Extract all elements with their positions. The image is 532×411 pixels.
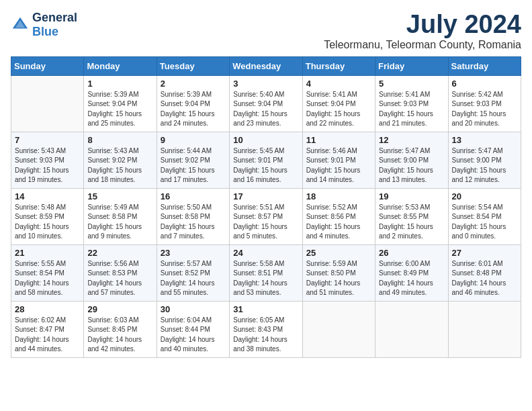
day-number: 27 <box>452 248 517 258</box>
day-info: Sunrise: 5:40 AM Sunset: 9:04 PM Dayligh… <box>233 90 298 129</box>
calendar-cell <box>448 301 521 357</box>
column-header-saturday: Saturday <box>448 56 521 75</box>
calendar-cell: 7Sunrise: 5:43 AM Sunset: 9:03 PM Daylig… <box>11 132 84 188</box>
logo: General Blue <box>11 11 77 39</box>
day-info: Sunrise: 5:58 AM Sunset: 8:51 PM Dayligh… <box>233 259 298 298</box>
calendar-cell: 30Sunrise: 6:04 AM Sunset: 8:44 PM Dayli… <box>157 301 229 357</box>
column-header-wednesday: Wednesday <box>230 56 302 75</box>
day-info: Sunrise: 5:44 AM Sunset: 9:02 PM Dayligh… <box>161 146 226 185</box>
calendar-week-4: 21Sunrise: 5:55 AM Sunset: 8:54 PM Dayli… <box>11 244 521 301</box>
calendar-week-5: 28Sunrise: 6:02 AM Sunset: 8:47 PM Dayli… <box>11 301 521 357</box>
day-info: Sunrise: 5:46 AM Sunset: 9:01 PM Dayligh… <box>306 146 371 185</box>
day-number: 8 <box>87 135 152 145</box>
column-header-monday: Monday <box>84 56 157 75</box>
column-header-tuesday: Tuesday <box>157 56 229 75</box>
day-number: 2 <box>161 79 226 89</box>
day-info: Sunrise: 5:59 AM Sunset: 8:50 PM Dayligh… <box>306 259 371 298</box>
day-number: 21 <box>15 248 80 258</box>
day-number: 13 <box>452 135 517 145</box>
calendar-cell: 28Sunrise: 6:02 AM Sunset: 8:47 PM Dayli… <box>11 301 84 357</box>
day-number: 17 <box>233 191 298 201</box>
day-number: 30 <box>161 304 226 314</box>
day-number: 3 <box>233 79 298 89</box>
day-number: 11 <box>306 135 371 145</box>
day-info: Sunrise: 5:39 AM Sunset: 9:04 PM Dayligh… <box>87 90 152 129</box>
calendar-week-1: 1Sunrise: 5:39 AM Sunset: 9:04 PM Daylig… <box>11 75 521 132</box>
calendar-cell: 13Sunrise: 5:47 AM Sunset: 9:00 PM Dayli… <box>448 132 521 188</box>
day-number: 9 <box>161 135 226 145</box>
day-info: Sunrise: 5:49 AM Sunset: 8:58 PM Dayligh… <box>87 203 152 242</box>
calendar-cell: 25Sunrise: 5:59 AM Sunset: 8:50 PM Dayli… <box>302 244 375 301</box>
day-info: Sunrise: 5:41 AM Sunset: 9:04 PM Dayligh… <box>306 90 371 129</box>
page-header: General Blue July 2024 Teleormanu, Teleo… <box>11 11 521 51</box>
day-info: Sunrise: 5:42 AM Sunset: 9:03 PM Dayligh… <box>452 90 517 129</box>
logo-icon <box>11 15 30 34</box>
day-number: 12 <box>379 135 444 145</box>
day-number: 24 <box>233 248 298 258</box>
day-info: Sunrise: 5:48 AM Sunset: 8:59 PM Dayligh… <box>15 203 80 242</box>
day-info: Sunrise: 5:52 AM Sunset: 8:56 PM Dayligh… <box>306 203 371 242</box>
calendar-cell: 6Sunrise: 5:42 AM Sunset: 9:03 PM Daylig… <box>448 75 521 132</box>
day-number: 7 <box>15 135 80 145</box>
calendar-cell: 20Sunrise: 5:54 AM Sunset: 8:54 PM Dayli… <box>448 188 521 244</box>
column-header-thursday: Thursday <box>302 56 375 75</box>
day-info: Sunrise: 5:47 AM Sunset: 9:00 PM Dayligh… <box>379 146 444 185</box>
day-number: 14 <box>15 191 80 201</box>
calendar-cell: 12Sunrise: 5:47 AM Sunset: 9:00 PM Dayli… <box>375 132 448 188</box>
calendar-cell: 18Sunrise: 5:52 AM Sunset: 8:56 PM Dayli… <box>302 188 375 244</box>
calendar-cell: 23Sunrise: 5:57 AM Sunset: 8:52 PM Dayli… <box>157 244 229 301</box>
day-info: Sunrise: 5:39 AM Sunset: 9:04 PM Dayligh… <box>161 90 226 129</box>
day-number: 25 <box>306 248 371 258</box>
day-info: Sunrise: 5:45 AM Sunset: 9:01 PM Dayligh… <box>233 146 298 185</box>
day-number: 31 <box>233 304 298 314</box>
column-header-sunday: Sunday <box>11 56 84 75</box>
calendar-cell: 16Sunrise: 5:50 AM Sunset: 8:58 PM Dayli… <box>157 188 229 244</box>
day-info: Sunrise: 5:47 AM Sunset: 9:00 PM Dayligh… <box>452 146 517 185</box>
day-info: Sunrise: 5:43 AM Sunset: 9:02 PM Dayligh… <box>87 146 152 185</box>
day-number: 10 <box>233 135 298 145</box>
day-info: Sunrise: 5:41 AM Sunset: 9:03 PM Dayligh… <box>379 90 444 129</box>
day-number: 28 <box>15 304 80 314</box>
calendar-cell: 17Sunrise: 5:51 AM Sunset: 8:57 PM Dayli… <box>230 188 302 244</box>
day-number: 1 <box>87 79 152 89</box>
day-info: Sunrise: 6:00 AM Sunset: 8:49 PM Dayligh… <box>379 259 444 298</box>
calendar-cell: 9Sunrise: 5:44 AM Sunset: 9:02 PM Daylig… <box>157 132 229 188</box>
calendar-cell: 5Sunrise: 5:41 AM Sunset: 9:03 PM Daylig… <box>375 75 448 132</box>
calendar-cell <box>302 301 375 357</box>
calendar-cell: 19Sunrise: 5:53 AM Sunset: 8:55 PM Dayli… <box>375 188 448 244</box>
column-header-friday: Friday <box>375 56 448 75</box>
calendar-cell: 24Sunrise: 5:58 AM Sunset: 8:51 PM Dayli… <box>230 244 302 301</box>
calendar-cell: 10Sunrise: 5:45 AM Sunset: 9:01 PM Dayli… <box>230 132 302 188</box>
calendar-cell: 26Sunrise: 6:00 AM Sunset: 8:49 PM Dayli… <box>375 244 448 301</box>
day-number: 20 <box>452 191 517 201</box>
calendar-cell: 31Sunrise: 6:05 AM Sunset: 8:43 PM Dayli… <box>230 301 302 357</box>
calendar-cell <box>11 75 84 132</box>
calendar-week-3: 14Sunrise: 5:48 AM Sunset: 8:59 PM Dayli… <box>11 188 521 244</box>
calendar-header-row: SundayMondayTuesdayWednesdayThursdayFrid… <box>11 56 521 75</box>
calendar-cell: 1Sunrise: 5:39 AM Sunset: 9:04 PM Daylig… <box>84 75 157 132</box>
month-title: July 2024 <box>324 11 521 39</box>
day-number: 22 <box>87 248 152 258</box>
calendar-cell: 14Sunrise: 5:48 AM Sunset: 8:59 PM Dayli… <box>11 188 84 244</box>
day-number: 23 <box>161 248 226 258</box>
calendar-cell: 27Sunrise: 6:01 AM Sunset: 8:48 PM Dayli… <box>448 244 521 301</box>
calendar-cell: 21Sunrise: 5:55 AM Sunset: 8:54 PM Dayli… <box>11 244 84 301</box>
day-number: 19 <box>379 191 444 201</box>
calendar-cell: 22Sunrise: 5:56 AM Sunset: 8:53 PM Dayli… <box>84 244 157 301</box>
day-info: Sunrise: 5:53 AM Sunset: 8:55 PM Dayligh… <box>379 203 444 242</box>
calendar-cell: 11Sunrise: 5:46 AM Sunset: 9:01 PM Dayli… <box>302 132 375 188</box>
calendar-cell: 3Sunrise: 5:40 AM Sunset: 9:04 PM Daylig… <box>230 75 302 132</box>
day-number: 15 <box>87 191 152 201</box>
day-info: Sunrise: 5:51 AM Sunset: 8:57 PM Dayligh… <box>233 203 298 242</box>
day-number: 26 <box>379 248 444 258</box>
location-title: Teleormanu, Teleorman County, Romania <box>324 39 521 51</box>
title-block: July 2024 Teleormanu, Teleorman County, … <box>324 11 521 51</box>
day-info: Sunrise: 5:55 AM Sunset: 8:54 PM Dayligh… <box>15 259 80 298</box>
day-number: 18 <box>306 191 371 201</box>
calendar-table: SundayMondayTuesdayWednesdayThursdayFrid… <box>11 56 521 358</box>
day-number: 29 <box>87 304 152 314</box>
calendar-cell: 29Sunrise: 6:03 AM Sunset: 8:45 PM Dayli… <box>84 301 157 357</box>
day-info: Sunrise: 6:04 AM Sunset: 8:44 PM Dayligh… <box>161 316 226 355</box>
day-number: 6 <box>452 79 517 89</box>
day-info: Sunrise: 6:03 AM Sunset: 8:45 PM Dayligh… <box>87 316 152 355</box>
